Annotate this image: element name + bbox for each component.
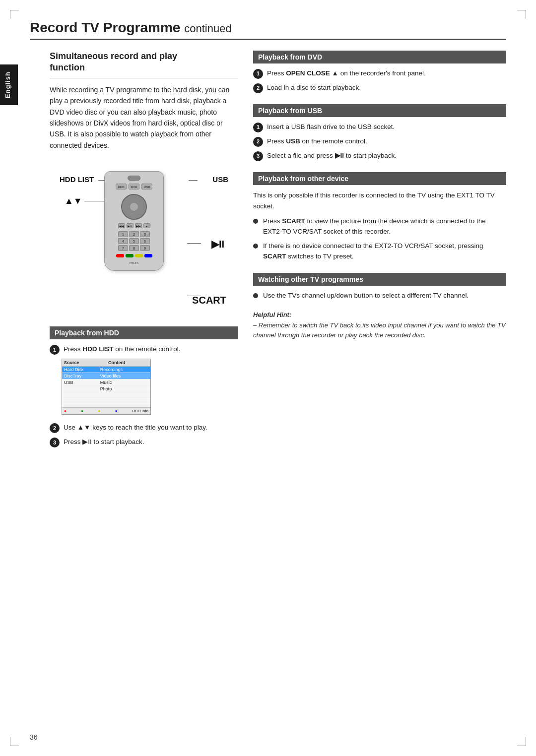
- page-number: 36: [30, 733, 38, 741]
- diagram-wrapper: HDD LIST USB ▲▼ ▶II SCART: [60, 166, 228, 310]
- label-arrows: ▲▼: [65, 196, 82, 206]
- watching-bullet-text-1: Use the TVs channel up/down button to se…: [263, 291, 469, 301]
- hdd-screenshot-table: Source Content Hard Disk Recordings Disc…: [62, 359, 151, 415]
- usb-steps: 1 Insert a USB flash drive to the USB so…: [253, 122, 506, 161]
- step-num-1: 1: [50, 345, 60, 355]
- hdd-row-1: Hard Disk Recordings: [62, 367, 150, 373]
- remote-top-btn: [128, 176, 140, 181]
- remote-diagram: HDD LIST USB ▲▼ ▶II SCART: [50, 159, 238, 317]
- hdd-col-source: Source: [62, 359, 106, 366]
- section-divider: [50, 78, 238, 78]
- remote-numpad: 1 2 3 4 5 6 7 8 9: [118, 231, 150, 251]
- footer-dot-blue: ●: [115, 409, 118, 413]
- hdd-playback-section: Playback from HDD 1 Press HDD LIST on th…: [50, 326, 238, 447]
- hdd-row-5: [62, 392, 150, 397]
- footer-dot-yellow: ●: [98, 409, 101, 413]
- remote-playback-btns: ◀◀ ▶II ▶▶ ●: [118, 223, 150, 228]
- other-device-body: This is only possible if this recorder i…: [253, 190, 506, 211]
- watching-section: Watching other TV programmes Use the TVs…: [253, 273, 506, 301]
- footer-dot-green: ●: [81, 409, 83, 413]
- section-title: Simultaneous record and play function: [50, 51, 238, 78]
- bullet-dot-2: [253, 244, 258, 249]
- remote-num-4: 4: [118, 238, 128, 244]
- other-device-header: Playback from other device: [253, 172, 506, 185]
- watching-bullets: Use the TVs channel up/down button to se…: [253, 291, 506, 301]
- remote-color-row: [116, 254, 152, 257]
- page-title: Record TV Programme continued: [30, 20, 506, 40]
- remote-btn-red: [116, 254, 124, 257]
- label-play: ▶II: [211, 238, 224, 250]
- dvd-step-num-1: 1: [253, 69, 263, 79]
- footer-dot-red: ●: [64, 409, 67, 413]
- hdd-row-3: USB Music: [62, 379, 150, 386]
- hdd-cell-2-2: Video files: [98, 373, 150, 379]
- usb-step-text-1: Insert a USB flash drive to the USB sock…: [267, 122, 506, 132]
- dvd-section: Playback from DVD 1 Press OPEN CLOSE ▲ o…: [253, 51, 506, 93]
- helpful-hint: Helpful Hint: – Remember to switch the T…: [253, 310, 506, 341]
- corner-mark-bl: [10, 737, 19, 746]
- remote-btn-ffw: ▶▶: [135, 223, 142, 228]
- hdd-steps-list: 1 Press HDD LIST on the remote control.: [50, 344, 238, 355]
- watching-bullet-dot-1: [253, 293, 258, 298]
- dvd-step-2: 2 Load in a disc to start playback.: [253, 83, 506, 93]
- remote-btn-usb: USB: [141, 184, 152, 189]
- remote-btn-row1: HDD DVD USB: [116, 184, 152, 189]
- usb-section: Playback from USB 1 Insert a USB flash d…: [253, 104, 506, 161]
- step-text-2: Use ▲▼ keys to reach the title you want …: [64, 423, 238, 433]
- corner-mark-br: [517, 737, 526, 746]
- label-scart: SCART: [192, 295, 226, 306]
- hdd-steps-list-2: 2 Use ▲▼ keys to reach the title you wan…: [50, 423, 238, 447]
- hdd-table-footer: ● ● ● ● HDD Info: [62, 407, 150, 414]
- remote-num-6: 6: [140, 238, 150, 244]
- remote-nav-center: [130, 202, 138, 211]
- label-hdd-list: HDD LIST: [60, 175, 94, 184]
- remote-brand: PHILIPS: [129, 261, 138, 264]
- right-column: Playback from DVD 1 Press OPEN CLOSE ▲ o…: [253, 51, 506, 451]
- hdd-row-2: DiscTray Video files: [62, 373, 150, 379]
- remote-btn-yellow: [135, 254, 143, 257]
- remote-nav-circle: [121, 194, 147, 220]
- dvd-step-text-1: Press OPEN CLOSE ▲ on the recorder's fro…: [267, 68, 506, 79]
- intro-text: While recording a TV programme to the ha…: [50, 84, 238, 151]
- remote-top: [108, 176, 160, 181]
- hdd-row-4: Photo: [62, 386, 150, 392]
- step-num-3: 3: [50, 438, 60, 447]
- step-text-3: Press ▶II to start playback.: [64, 437, 238, 447]
- remote-btn-hdd: HDD: [116, 184, 127, 189]
- remote-btn-rec: ●: [143, 223, 150, 228]
- line-usb: [189, 180, 198, 181]
- usb-step-num-1: 1: [253, 123, 263, 132]
- dvd-section-header: Playback from DVD: [253, 51, 506, 63]
- hdd-table-header: Source Content: [62, 359, 150, 367]
- watching-section-header: Watching other TV programmes: [253, 273, 506, 286]
- hdd-cell-4-1: [62, 386, 98, 392]
- page-container: English Record TV Programme continued Si…: [0, 0, 536, 756]
- hdd-cell-3-2: Music: [98, 379, 150, 385]
- dvd-steps: 1 Press OPEN CLOSE ▲ on the recorder's f…: [253, 68, 506, 93]
- footer-hdd-info: HDD Info: [132, 409, 148, 413]
- remote-num-7: 7: [118, 245, 128, 251]
- hdd-cell-4-2: Photo: [98, 386, 150, 392]
- hdd-col-content: Content: [106, 359, 150, 366]
- bullet-dot-1: [253, 219, 258, 224]
- remote-btn-green: [126, 254, 134, 257]
- hdd-step-2: 2 Use ▲▼ keys to reach the title you wan…: [50, 423, 238, 433]
- dvd-step-text-2: Load in a disc to start playback.: [267, 83, 506, 93]
- hdd-row-7: [62, 402, 150, 407]
- remote-control: HDD DVD USB ◀◀ ▶II ▶▶ ●: [104, 171, 164, 271]
- hdd-cell-1-1: Hard Disk: [62, 367, 98, 373]
- remote-body: HDD DVD USB ◀◀ ▶II ▶▶ ●: [104, 171, 164, 271]
- remote-num-3: 3: [140, 231, 150, 237]
- usb-step-num-2: 2: [253, 137, 263, 147]
- remote-btn-play: ▶II: [127, 223, 134, 228]
- corner-mark-tr: [517, 10, 526, 19]
- language-label: English: [0, 64, 18, 105]
- usb-step-1: 1 Insert a USB flash drive to the USB so…: [253, 122, 506, 132]
- other-device-section: Playback from other device This is only …: [253, 172, 506, 262]
- remote-btn-blue: [144, 254, 152, 257]
- usb-step-text-3: Select a file and press ▶II to start pla…: [267, 151, 506, 161]
- other-device-bullet-1: Press SCART to view the picture from the…: [253, 216, 506, 237]
- dvd-step-num-2: 2: [253, 83, 263, 93]
- usb-step-2: 2 Press USB on the remote control.: [253, 136, 506, 147]
- other-device-bullet-2: If there is no device connected to the E…: [253, 241, 506, 262]
